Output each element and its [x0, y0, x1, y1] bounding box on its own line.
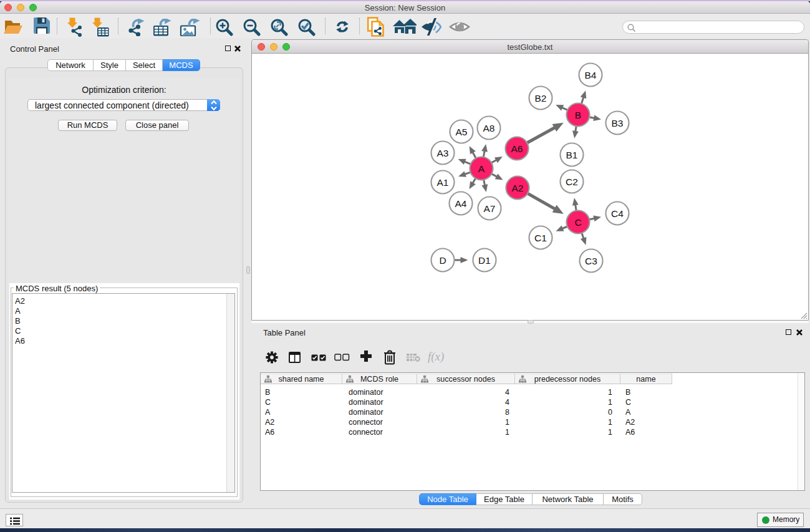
svg-text:C1: C1 — [534, 233, 547, 243]
svg-text:A2: A2 — [512, 183, 524, 193]
svg-text:B4: B4 — [585, 70, 597, 80]
svg-text:A5: A5 — [456, 127, 468, 137]
svg-text:A1: A1 — [437, 177, 449, 188]
svg-text:A: A — [478, 163, 485, 174]
svg-text:B1: B1 — [566, 150, 578, 160]
svg-text:A4: A4 — [455, 198, 467, 209]
svg-text:A6: A6 — [511, 143, 523, 154]
svg-text:C: C — [574, 217, 581, 228]
svg-text:C3: C3 — [585, 256, 597, 266]
svg-text:B2: B2 — [535, 93, 547, 104]
svg-text:C4: C4 — [611, 208, 624, 219]
svg-text:A7: A7 — [484, 203, 496, 214]
svg-text:C2: C2 — [566, 177, 578, 187]
svg-text:D1: D1 — [478, 255, 491, 266]
svg-text:B3: B3 — [612, 118, 624, 128]
svg-text:A8: A8 — [483, 123, 495, 133]
svg-text:D: D — [439, 255, 446, 266]
svg-text:A3: A3 — [437, 148, 449, 158]
svg-text:B: B — [575, 110, 581, 120]
